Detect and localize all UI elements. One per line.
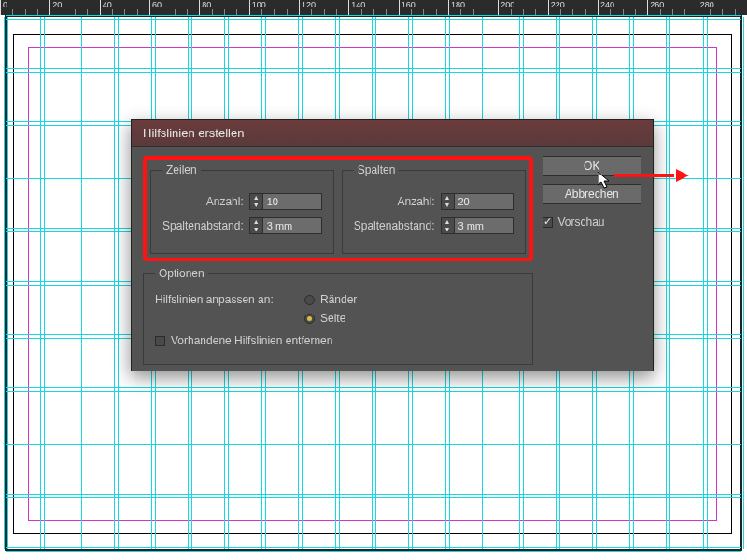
- annotation-arrow-icon: [614, 169, 689, 182]
- stepper-arrows-icon[interactable]: ▲▼: [441, 193, 454, 210]
- rows-gutter-input[interactable]: [262, 217, 322, 234]
- remove-existing-checkbox[interactable]: Vorhandene Hilfslinien entfernen: [155, 334, 332, 347]
- radio-icon: [304, 295, 315, 305]
- rows-count-input[interactable]: [262, 193, 322, 210]
- remove-existing-label: Vorhandene Hilfslinien entfernen: [171, 334, 332, 347]
- create-guides-dialog: Hilfslinien erstellen Zeilen Anzahl: ▲▼: [131, 119, 654, 371]
- rows-legend: Zeilen: [162, 163, 201, 176]
- cancel-button[interactable]: Abbrechen: [543, 184, 642, 204]
- fit-page-radio[interactable]: Seite: [304, 312, 345, 325]
- fit-margins-label: Ränder: [320, 293, 357, 306]
- cols-gutter-input[interactable]: [454, 217, 514, 234]
- cols-gutter-label: Spaltenabstand:: [354, 219, 437, 232]
- svg-marker-0: [598, 172, 609, 188]
- rows-count-label: Anzahl:: [162, 195, 246, 208]
- cursor-pointer-icon: [598, 172, 613, 190]
- fit-margins-radio[interactable]: Ränder: [304, 293, 357, 306]
- rows-gutter-label: Spaltenabstand:: [162, 219, 246, 232]
- checkbox-icon: [155, 336, 165, 346]
- dialog-title[interactable]: Hilfslinien erstellen: [132, 120, 653, 147]
- cols-count-input[interactable]: [454, 193, 514, 210]
- preview-checkbox[interactable]: Vorschau: [543, 216, 642, 229]
- rows-gutter-stepper[interactable]: ▲▼: [249, 217, 322, 234]
- options-legend: Optionen: [155, 267, 208, 280]
- preview-label: Vorschau: [558, 216, 605, 229]
- fit-page-label: Seite: [320, 312, 345, 325]
- stepper-arrows-icon[interactable]: ▲▼: [249, 217, 262, 234]
- stepper-arrows-icon[interactable]: ▲▼: [441, 217, 454, 234]
- radio-icon: [304, 314, 315, 324]
- highlight-frame: Zeilen Anzahl: ▲▼ Spaltenabstand: ▲▼: [143, 156, 533, 261]
- canvas-stage: 020406080100120140160180200220240260280 …: [0, 0, 747, 560]
- ruler-horizontal: 020406080100120140160180200220240260280: [0, 0, 747, 15]
- cols-legend: Spalten: [354, 163, 400, 176]
- cols-count-stepper[interactable]: ▲▼: [441, 193, 514, 210]
- checkbox-icon: [543, 217, 553, 228]
- fit-label: Hilfslinien anpassen an:: [155, 293, 295, 306]
- rows-group: Zeilen Anzahl: ▲▼ Spaltenabstand: ▲▼: [150, 163, 334, 254]
- stepper-arrows-icon[interactable]: ▲▼: [249, 193, 262, 210]
- options-group: Optionen Hilfslinien anpassen an: Ränder…: [143, 267, 533, 365]
- cols-group: Spalten Anzahl: ▲▼ Spaltenabstand: ▲▼: [342, 163, 526, 254]
- rows-count-stepper[interactable]: ▲▼: [249, 193, 322, 210]
- cols-gutter-stepper[interactable]: ▲▼: [441, 217, 514, 234]
- cols-count-label: Anzahl:: [354, 195, 437, 208]
